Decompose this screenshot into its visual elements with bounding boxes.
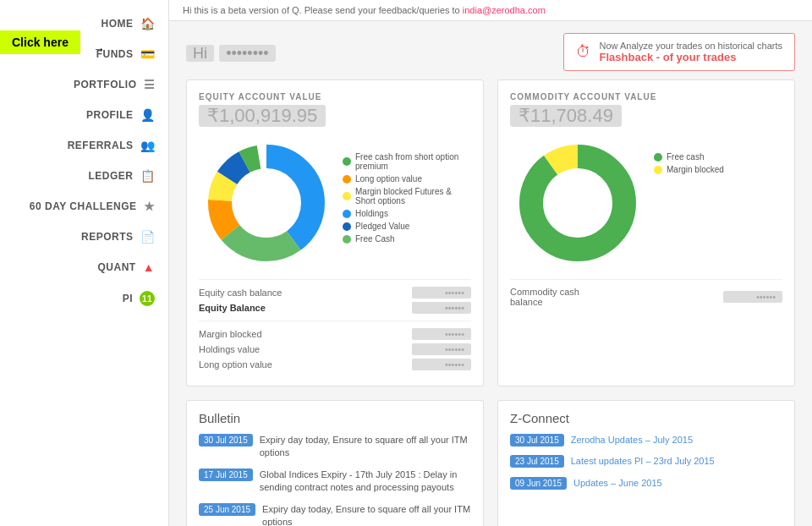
margin-blocked-label: Margin blocked bbox=[199, 329, 262, 339]
star-icon: ★ bbox=[144, 200, 156, 213]
commodity-donut bbox=[510, 135, 645, 271]
profile-label: PROFILE bbox=[86, 109, 134, 121]
legend-item: Long option value bbox=[343, 174, 471, 184]
legend-item: Margin blocked Futures & Short options bbox=[343, 187, 471, 205]
flashback-banner[interactable]: ⏱ Now Analyze your trades on historical … bbox=[563, 33, 795, 71]
bulletin-panel: Bulletin 30 Jul 2015 Expiry day today, E… bbox=[186, 400, 484, 526]
topbar-text: Hi this is a beta version of Q. Please s… bbox=[183, 5, 460, 15]
holdings-value-value: •••••• bbox=[412, 343, 471, 355]
legend-item: Free Cash bbox=[343, 234, 471, 244]
equity-extra-balances: Margin blocked •••••• Holdings value •••… bbox=[199, 321, 471, 370]
bulletin-date: 30 Jul 2015 bbox=[199, 434, 253, 447]
equity-panel: EQUITY ACCOUNT VALUE ₹1,00,919.95 bbox=[186, 79, 484, 386]
legend-item: Holdings bbox=[343, 209, 471, 218]
holdings-value-label: Holdings value bbox=[199, 344, 260, 354]
flashback-bottom: Flashback - of your trades bbox=[600, 51, 782, 63]
bulletin-title: Bulletin bbox=[199, 411, 471, 425]
bulletin-date: 17 Jul 2015 bbox=[199, 468, 253, 481]
sidebar-item-60day[interactable]: 60 DAY CHALLENGE ★ bbox=[0, 191, 168, 222]
equity-donut bbox=[199, 135, 334, 271]
zconnect-title: Z-Connect bbox=[510, 411, 782, 425]
equity-balance-value: •••••• bbox=[412, 302, 471, 314]
equity-title: EQUITY ACCOUNT VALUE bbox=[199, 92, 471, 101]
legend-item: Margin blocked bbox=[654, 165, 724, 174]
bottom-section: Bulletin 30 Jul 2015 Expiry day today, E… bbox=[169, 400, 812, 526]
ledger-icon: 📋 bbox=[140, 169, 156, 183]
content-area: EQUITY ACCOUNT VALUE ₹1,00,919.95 bbox=[169, 79, 812, 400]
funds-icon: 💳 bbox=[140, 47, 156, 61]
commodity-panel-body: Free cash Margin blocked bbox=[510, 135, 782, 271]
hi-section: Hi •••••••• ⏱ Now Analyze your trades on… bbox=[169, 21, 812, 79]
zconnect-date: 09 Jun 2015 bbox=[510, 477, 567, 490]
svg-point-6 bbox=[234, 171, 299, 235]
sidebar-item-quant[interactable]: QUANT ▲ bbox=[0, 252, 168, 282]
zconnect-item: 09 Jun 2015 Updates – June 2015 bbox=[510, 477, 782, 490]
topbar: Hi this is a beta version of Q. Please s… bbox=[169, 0, 812, 21]
hi-text: Hi bbox=[186, 45, 214, 62]
bulletin-text: Global Indices Expiry - 17th July 2015 :… bbox=[260, 468, 471, 495]
referrals-icon: 👥 bbox=[140, 139, 156, 152]
sidebar-item-referrals[interactable]: REFERRALS 👥 bbox=[0, 130, 168, 161]
sidebar-item-pi[interactable]: PI 11 bbox=[0, 282, 168, 315]
legend-item: Pledged Value bbox=[343, 222, 471, 231]
equity-balance-section: Equity cash balance •••••• Equity Balanc… bbox=[199, 279, 471, 314]
referrals-label: REFERRALS bbox=[68, 140, 134, 151]
long-option-label: Long option value bbox=[199, 359, 272, 370]
zconnect-link[interactable]: Latest updates PI – 23rd July 2015 bbox=[571, 455, 715, 468]
clock-icon: ⏱ bbox=[576, 43, 591, 61]
commodity-cash-row: Commodity cashbalance •••••• bbox=[510, 287, 782, 307]
zconnect-panel: Z-Connect 30 Jul 2015 Zerodha Updates – … bbox=[497, 400, 795, 526]
zconnect-date: 30 Jul 2015 bbox=[510, 434, 564, 447]
home-label: HOME bbox=[102, 18, 134, 30]
quant-icon: ▲ bbox=[143, 260, 155, 274]
holdings-value-row: Holdings value •••••• bbox=[199, 343, 471, 355]
portfolio-label: PORTFOLIO bbox=[74, 79, 137, 90]
topbar-email[interactable]: india@zerodha.com bbox=[463, 5, 546, 15]
commodity-legend: Free cash Margin blocked bbox=[654, 135, 724, 178]
main-content: Hi this is a beta version of Q. Please s… bbox=[169, 0, 812, 526]
equity-legend: Free cash from short option premium Long… bbox=[343, 135, 471, 247]
zconnect-date: 23 Jul 2015 bbox=[510, 455, 564, 468]
legend-item: Free cash from short option premium bbox=[343, 152, 471, 171]
reports-label: REPORTS bbox=[81, 231, 134, 243]
equity-balance-label: Equity Balance bbox=[199, 303, 266, 313]
sidebar-item-profile[interactable]: PROFILE 👤 bbox=[0, 100, 168, 130]
equity-cash-balance-row: Equity cash balance •••••• bbox=[199, 287, 471, 299]
commodity-panel: COMMODITY ACCOUNT VALUE ₹11,708.49 Free … bbox=[497, 79, 795, 386]
equity-chart bbox=[199, 135, 334, 271]
sidebar: Click here → HOME 🏠 FUNDS 💳 PORTFOLIO ☰ … bbox=[0, 0, 169, 526]
commodity-balance-section: Commodity cashbalance •••••• bbox=[510, 279, 782, 307]
bulletin-date: 25 Jun 2015 bbox=[199, 503, 255, 516]
commodity-cash-label: Commodity cashbalance bbox=[510, 287, 579, 307]
flashback-text: Now Analyze your trades on historical ch… bbox=[600, 41, 782, 63]
svg-point-9 bbox=[546, 171, 610, 235]
commodity-value: ₹11,708.49 bbox=[510, 105, 622, 127]
equity-cash-value: •••••• bbox=[412, 287, 471, 299]
user-name: •••••••• bbox=[219, 45, 275, 62]
zconnect-item: 23 Jul 2015 Latest updates PI – 23rd Jul… bbox=[510, 455, 782, 468]
equity-value: ₹1,00,919.95 bbox=[199, 105, 326, 127]
sidebar-item-ledger[interactable]: LEDGER 📋 bbox=[0, 161, 168, 191]
home-icon: 🏠 bbox=[140, 17, 156, 30]
bulletin-item: 30 Jul 2015 Expiry day today, Ensure to … bbox=[199, 434, 471, 460]
margin-blocked-row: Margin blocked •••••• bbox=[199, 328, 471, 340]
equity-cash-label: Equity cash balance bbox=[199, 288, 282, 298]
sidebar-item-portfolio[interactable]: PORTFOLIO ☰ bbox=[0, 69, 168, 100]
pi-label: PI bbox=[123, 293, 133, 304]
sidebar-item-reports[interactable]: REPORTS 📄 bbox=[0, 222, 168, 252]
bulletin-item: 17 Jul 2015 Global Indices Expiry - 17th… bbox=[199, 468, 471, 495]
bulletin-text: Expiry day today, Ensure to square off a… bbox=[260, 434, 471, 460]
zconnect-link[interactable]: Zerodha Updates – July 2015 bbox=[571, 434, 693, 447]
commodity-cash-value: •••••• bbox=[723, 291, 782, 303]
bulletin-item: 25 Jun 2015 Expiry day today, Ensure to … bbox=[199, 503, 471, 526]
profile-icon: 👤 bbox=[140, 108, 156, 122]
60day-label: 60 DAY CHALLENGE bbox=[30, 200, 137, 212]
long-option-value: •••••• bbox=[412, 359, 471, 370]
click-here-badge[interactable]: Click here bbox=[0, 30, 80, 54]
zconnect-link[interactable]: Updates – June 2015 bbox=[573, 477, 662, 490]
zconnect-item: 30 Jul 2015 Zerodha Updates – July 2015 bbox=[510, 434, 782, 447]
equity-panel-body: Free cash from short option premium Long… bbox=[199, 135, 471, 271]
long-option-row: Long option value •••••• bbox=[199, 359, 471, 370]
reports-icon: 📄 bbox=[140, 230, 156, 244]
hi-greeting: Hi •••••••• bbox=[186, 41, 276, 63]
